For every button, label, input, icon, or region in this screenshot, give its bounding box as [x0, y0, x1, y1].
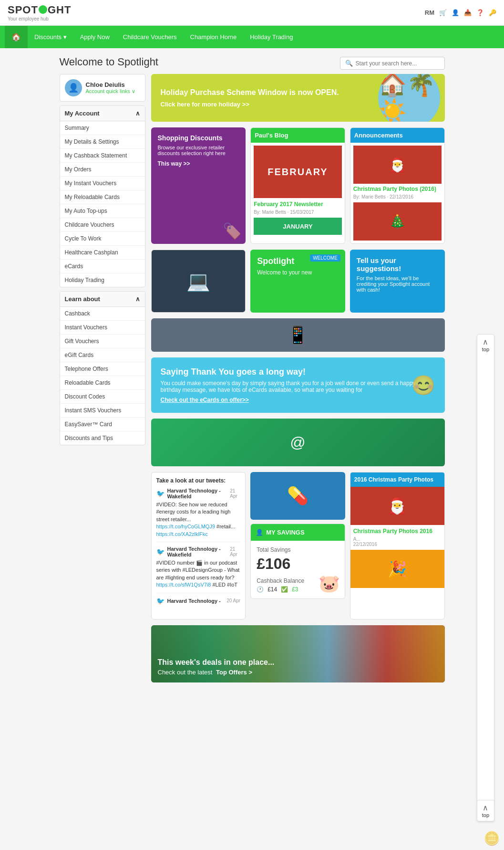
learn-item-easysaver[interactable]: EasySaver™ Card	[60, 418, 145, 431]
learn-item-egift-cards[interactable]: eGift Cards	[60, 348, 145, 362]
learn-item-gift-vouchers[interactable]: Gift Vouchers	[60, 335, 145, 348]
jan-label: JANUARY	[254, 218, 342, 235]
bottom-grid: Take a look at our tweets: 🐦 Harvard Tec…	[151, 472, 445, 619]
user-icon[interactable]: 👤	[452, 9, 459, 16]
my-account-item-cycle[interactable]: Cycle To Work	[60, 232, 145, 246]
feb-label: FEBRUARY	[267, 167, 328, 178]
learn-item-instant-vouchers[interactable]: Instant Vouchers	[60, 321, 145, 335]
shopping-link[interactable]: This way >>	[158, 160, 190, 167]
scroll-top-arrow-icon: ∧	[482, 337, 489, 346]
nav-apply-now[interactable]: Apply Now	[73, 27, 116, 47]
content-area: 👤 Chloe Deiulis Account quick links ∨ My…	[60, 74, 445, 688]
tweets-header: Take a look at our tweets:	[156, 477, 241, 484]
thankyou-banner[interactable]: Saying Thank You goes a long way! You co…	[151, 357, 445, 413]
xmas-body: Christmas Party Photos 2016 A... 22/12/2…	[350, 525, 444, 550]
suggestions-card[interactable]: Tell us your suggestions! For the best i…	[350, 250, 445, 313]
deals-title: This week's deals in one place...	[158, 658, 275, 667]
my-account-item-reloadable[interactable]: My Reloadable Cards	[60, 190, 145, 204]
my-account-item-details[interactable]: My Details & Settings	[60, 135, 145, 149]
my-account-item-cashback[interactable]: My Cashback Statement	[60, 149, 145, 163]
xmas-img-top: 🎅	[350, 487, 444, 525]
shopping-body: Browse our exclusive retailer discounts …	[158, 145, 239, 156]
my-account-header[interactable]: My Account ∧	[60, 106, 145, 121]
main-wrapper: Welcome to Spotlight 🔍 👤 Chloe Deiulis A…	[52, 48, 453, 696]
tweet-1-link2[interactable]: https://t.co/XA2zlklFkc	[156, 531, 208, 537]
user-initials: RM	[425, 9, 434, 16]
nav-holiday-trading[interactable]: Holiday Trading	[243, 27, 299, 47]
twitter-icon-1: 🐦	[156, 490, 165, 497]
my-account-item-autotop[interactable]: My Auto Top-ups	[60, 204, 145, 218]
learn-item-telephone[interactable]: Telephone Offers	[60, 362, 145, 376]
xmas-post-title[interactable]: Christmas Party Photos 2016	[353, 528, 442, 535]
xmas-post-author: A...	[353, 536, 442, 542]
tweet-3-header: 🐦 Harvard Technology - 20 Apr	[156, 597, 241, 605]
pauls-blog-header[interactable]: Paul's Blog	[251, 128, 345, 143]
learn-item-cashback[interactable]: Cashback	[60, 307, 145, 321]
hero-link[interactable]: Click here for more holiday >>	[161, 101, 249, 108]
tweet-1-text: #VIDEO: See how we reduced #energy costs…	[156, 501, 241, 538]
my-account-item-vouchers[interactable]: My Instant Vouchers	[60, 177, 145, 190]
nav-home[interactable]: 🏠	[5, 26, 28, 48]
welcome-badge: WELCOME	[310, 254, 340, 262]
download-icon[interactable]: 📥	[464, 9, 472, 16]
xmas-card-header[interactable]: 2016 Christmas Party Photos	[350, 472, 444, 487]
nav-discounts[interactable]: Discounts ▾	[28, 27, 73, 47]
learn-item-reloadable[interactable]: Reloadable Cards	[60, 376, 145, 390]
nav-champion-home[interactable]: Champion Home	[184, 27, 244, 47]
help-icon[interactable]: ❓	[476, 9, 484, 16]
clock-icon: 🕐	[257, 586, 264, 593]
announcement-post1-title[interactable]: Christmas Party Photos (2016)	[353, 186, 442, 192]
announcements-header[interactable]: Announcements	[350, 128, 444, 143]
my-account-item-ecards[interactable]: eCards	[60, 260, 145, 273]
spotlight-welcome-card[interactable]: WELCOME Spotlight Welcome to your new	[250, 250, 345, 313]
learn-item-discount-codes[interactable]: Discount Codes	[60, 390, 145, 404]
learn-item-discounts-tips[interactable]: Discounts and Tips	[60, 431, 145, 445]
hero-text: Holiday Purchase Scheme Window is now OP…	[161, 88, 339, 108]
search-bar-wrap: 🔍	[340, 57, 445, 70]
laptop-card: 💻	[151, 250, 246, 313]
hero-banner[interactable]: Holiday Purchase Scheme Window is now OP…	[151, 74, 445, 122]
my-account-item-orders[interactable]: My Orders	[60, 163, 145, 177]
hero-circle-img: 🏠🌴☀️	[378, 74, 440, 122]
tweet-2-link1[interactable]: https://t.co/sfW1QsV7i8	[156, 582, 211, 588]
deals-banner[interactable]: This week's deals in one place... Check …	[151, 625, 445, 682]
card-grid-row1: Shopping Discounts Browse our exclusive …	[151, 127, 445, 244]
tweet-3-date: 20 Apr	[226, 598, 240, 603]
my-account-item-healthcare[interactable]: Healthcare Cashplan	[60, 246, 145, 260]
thankyou-body: You could make someone's day by simply s…	[161, 380, 435, 393]
nav-childcare-vouchers[interactable]: Childcare Vouchers	[116, 27, 184, 47]
search-input[interactable]	[356, 60, 440, 67]
user-quick-links[interactable]: Account quick links ∨	[86, 88, 136, 94]
header: SPOTGHT Your employee hub RM 🛒 👤 📥 ❓ 🔑	[0, 0, 504, 26]
scroll-top-label: top	[482, 346, 489, 352]
search-bar: 🔍	[340, 57, 445, 70]
deals-top-offers-link[interactable]: Top Offers >	[216, 669, 252, 676]
login-icon[interactable]: 🔑	[489, 9, 496, 16]
tweet-1-link1[interactable]: https://t.co/hyCoGLMQJ9	[156, 524, 216, 529]
header-icons: RM 🛒 👤 📥 ❓ 🔑	[425, 9, 496, 16]
logo-subtitle: Your employee hub	[8, 16, 49, 21]
twitter-icon-3: 🐦	[156, 597, 165, 605]
savings-column: 💊 👤 MY SAVINGS Total Savings £106 Cashba…	[250, 472, 345, 619]
savings-header: 👤 MY SAVINGS	[251, 524, 345, 541]
green-ad-card[interactable]: @	[151, 419, 445, 466]
my-account-item-childcare[interactable]: Childcare Vouchers	[60, 218, 145, 232]
post1-title[interactable]: February 2017 Newsletter	[254, 201, 342, 208]
learn-about-header[interactable]: Learn about ∧	[60, 292, 145, 307]
my-account-item-summary[interactable]: Summary	[60, 121, 145, 135]
tweet-1-header: 🐦 Harvard Technology - Wakefield 21 Apr	[156, 488, 241, 499]
spotlight-welcome-text: Welcome to your new	[257, 269, 339, 276]
announcement-post1-meta: By: Marie Betts · 22/12/2016	[353, 194, 442, 199]
phone-row: 📱	[151, 318, 445, 352]
thankyou-link[interactable]: Check out the eCards on offer>>	[161, 397, 249, 403]
cart-icon[interactable]: 🛒	[439, 9, 447, 16]
logo[interactable]: SPOTGHT Your employee hub	[8, 4, 71, 21]
shopping-discounts-card[interactable]: Shopping Discounts Browse our exclusive …	[151, 127, 246, 244]
scroll-top-btn[interactable]: ∧ top	[477, 334, 494, 696]
learn-item-sms-vouchers[interactable]: Instant SMS Vouchers	[60, 404, 145, 418]
tweet-2-header: 🐦 Harvard Technology - Wakefield 21 Apr	[156, 546, 241, 557]
my-account-item-holiday[interactable]: Holiday Trading	[60, 273, 145, 287]
chevron-up-icon-learn: ∧	[135, 295, 140, 303]
hero-image: 🏠🌴☀️	[378, 74, 440, 122]
savings-body: Total Savings £106 Cashback Balance 🕐 £1…	[251, 541, 345, 598]
